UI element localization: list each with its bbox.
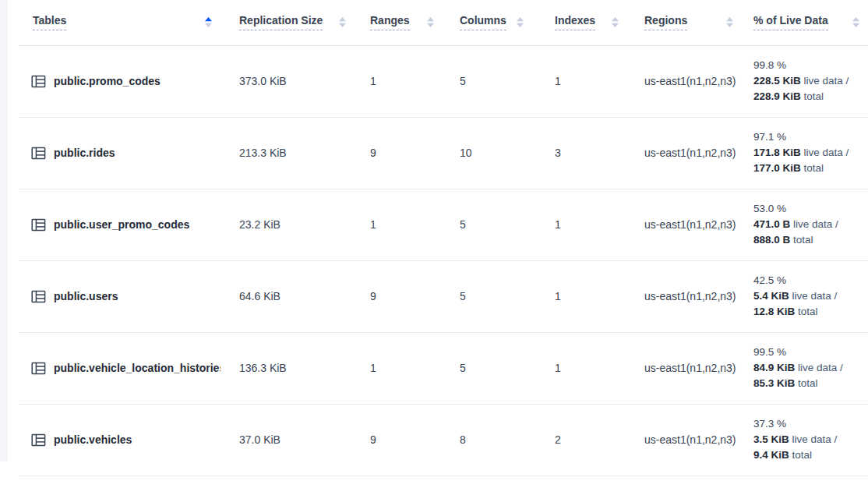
column-header-live-data[interactable]: % of Live Data bbox=[742, 0, 868, 45]
header-row: Tables Replication Size Ranges bbox=[19, 0, 868, 45]
live-data-amount: 5.4 KiB live data / bbox=[753, 288, 865, 304]
table-icon bbox=[31, 217, 46, 232]
table-name[interactable]: public.vehicles bbox=[54, 433, 132, 446]
table-link[interactable]: public.rides bbox=[31, 146, 214, 161]
table-icon bbox=[31, 146, 46, 161]
live-data-block: 53.0 % 471.0 B live data / 888.0 B total bbox=[753, 201, 865, 248]
live-data-percent: 53.0 % bbox=[753, 201, 865, 217]
column-header-label: Columns bbox=[460, 14, 506, 30]
replication-size-value: 213.3 KiB bbox=[221, 117, 355, 189]
table-icon bbox=[31, 433, 46, 447]
live-data-block: 42.5 % 5.4 KiB live data / 12.8 KiB tota… bbox=[753, 273, 865, 320]
indexes-value: 1 bbox=[532, 332, 627, 404]
sort-arrows-icon[interactable] bbox=[426, 16, 435, 28]
live-data-block: 99.5 % 84.9 KiB live data / 85.3 KiB tot… bbox=[753, 345, 865, 391]
live-data-block: 99.8 % 228.5 KiB live data / 228.9 KiB t… bbox=[753, 58, 865, 104]
ranges-value: 9 bbox=[355, 260, 443, 332]
total-data-amount: 12.8 KiB total bbox=[753, 304, 865, 320]
table-name[interactable]: public.user_promo_codes bbox=[54, 218, 189, 231]
live-data-percent: 99.5 % bbox=[753, 345, 865, 360]
table-row: public.users 64.6 KiB 9 5 1 us-east1(n1,… bbox=[19, 260, 868, 332]
indexes-value: 1 bbox=[532, 189, 627, 260]
table-row: public.rides 213.3 KiB 9 10 3 us-east1(n… bbox=[19, 117, 868, 189]
indexes-value: 2 bbox=[532, 404, 627, 476]
live-data-percent: 97.1 % bbox=[753, 129, 865, 145]
live-data-percent: 42.5 % bbox=[753, 273, 865, 288]
indexes-value: 3 bbox=[532, 117, 627, 189]
ranges-value: 9 bbox=[355, 404, 443, 476]
ranges-value: 1 bbox=[355, 332, 443, 404]
column-header-regions[interactable]: Regions bbox=[627, 0, 742, 45]
table-row: public.vehicles 37.0 KiB 9 8 2 us-east1(… bbox=[19, 404, 868, 476]
table-link[interactable]: public.vehicles bbox=[31, 433, 214, 447]
column-header-label: Ranges bbox=[370, 14, 410, 30]
column-header-replication-size[interactable]: Replication Size bbox=[221, 0, 355, 45]
sort-arrows-icon[interactable] bbox=[516, 16, 524, 28]
column-header-tables[interactable]: Tables bbox=[19, 0, 221, 45]
ranges-value: 1 bbox=[355, 189, 443, 260]
table-link[interactable]: public.promo_codes bbox=[31, 74, 214, 89]
total-data-amount: 9.4 KiB total bbox=[753, 447, 865, 463]
live-data-amount: 84.9 KiB live data / bbox=[753, 360, 865, 376]
table-name[interactable]: public.users bbox=[54, 290, 118, 302]
table-body: public.promo_codes 373.0 KiB 1 5 1 us-ea… bbox=[19, 45, 868, 476]
total-data-amount: 888.0 B total bbox=[753, 232, 865, 248]
column-header-ranges[interactable]: Ranges bbox=[355, 0, 443, 45]
total-data-amount: 85.3 KiB total bbox=[753, 376, 865, 391]
column-header-indexes[interactable]: Indexes bbox=[532, 0, 627, 45]
regions-value: us-east1(n1,n2,n3) bbox=[627, 45, 742, 117]
column-header-label: Tables bbox=[33, 14, 66, 30]
ranges-value: 9 bbox=[355, 117, 443, 189]
column-header-columns[interactable]: Columns bbox=[443, 0, 532, 45]
sort-arrows-icon[interactable] bbox=[204, 16, 213, 28]
total-data-amount: 177.0 KiB total bbox=[753, 161, 865, 176]
regions-value: us-east1(n1,n2,n3) bbox=[627, 189, 742, 260]
replication-size-value: 23.2 KiB bbox=[221, 189, 355, 260]
page-background-strip bbox=[0, 0, 8, 461]
regions-value: us-east1(n1,n2,n3) bbox=[627, 404, 742, 476]
live-data-amount: 228.5 KiB live data / bbox=[753, 73, 865, 89]
replication-size-value: 373.0 KiB bbox=[221, 45, 355, 117]
regions-value: us-east1(n1,n2,n3) bbox=[627, 332, 742, 404]
column-header-label: Indexes bbox=[555, 14, 595, 30]
columns-value: 10 bbox=[443, 117, 532, 189]
indexes-value: 1 bbox=[532, 260, 627, 332]
table-name[interactable]: public.rides bbox=[54, 147, 115, 159]
live-data-percent: 99.8 % bbox=[753, 58, 865, 73]
sort-arrows-icon[interactable] bbox=[725, 16, 734, 28]
table-link[interactable]: public.users bbox=[31, 289, 214, 304]
sort-arrows-icon[interactable] bbox=[611, 16, 619, 28]
live-data-block: 97.1 % 171.8 KiB live data / 177.0 KiB t… bbox=[753, 129, 865, 176]
indexes-value: 1 bbox=[532, 45, 627, 117]
column-header-label: % of Live Data bbox=[753, 14, 828, 30]
ranges-value: 1 bbox=[355, 45, 443, 117]
column-header-label: Replication Size bbox=[239, 14, 323, 30]
replication-size-value: 64.6 KiB bbox=[221, 260, 355, 332]
table-name[interactable]: public.promo_codes bbox=[54, 75, 161, 87]
columns-value: 5 bbox=[443, 189, 532, 260]
replication-size-value: 136.3 KiB bbox=[221, 332, 355, 404]
table-row: public.promo_codes 373.0 KiB 1 5 1 us-ea… bbox=[19, 45, 868, 117]
table-icon bbox=[31, 361, 46, 376]
column-header-label: Regions bbox=[644, 14, 687, 30]
total-data-amount: 228.9 KiB total bbox=[753, 89, 865, 104]
replication-size-value: 37.0 KiB bbox=[221, 404, 355, 476]
table-link[interactable]: public.vehicle_location_histories bbox=[31, 361, 214, 376]
database-tables-list: Tables Replication Size Ranges bbox=[19, 0, 868, 476]
sort-arrows-icon[interactable] bbox=[852, 16, 860, 28]
table-icon bbox=[31, 289, 46, 304]
columns-value: 5 bbox=[443, 260, 532, 332]
columns-value: 5 bbox=[443, 45, 532, 117]
live-data-amount: 471.0 B live data / bbox=[753, 217, 865, 232]
table-name[interactable]: public.vehicle_location_histories bbox=[54, 362, 221, 374]
live-data-percent: 37.3 % bbox=[753, 416, 865, 432]
columns-value: 5 bbox=[443, 332, 532, 404]
sort-arrows-icon[interactable] bbox=[338, 16, 347, 28]
table-link[interactable]: public.user_promo_codes bbox=[31, 217, 214, 232]
live-data-block: 37.3 % 3.5 KiB live data / 9.4 KiB total bbox=[753, 416, 865, 463]
live-data-amount: 171.8 KiB live data / bbox=[753, 145, 865, 161]
regions-value: us-east1(n1,n2,n3) bbox=[627, 117, 742, 189]
table-icon bbox=[31, 74, 46, 89]
table-row: public.user_promo_codes 23.2 KiB 1 5 1 u… bbox=[19, 189, 868, 260]
regions-value: us-east1(n1,n2,n3) bbox=[627, 260, 742, 332]
